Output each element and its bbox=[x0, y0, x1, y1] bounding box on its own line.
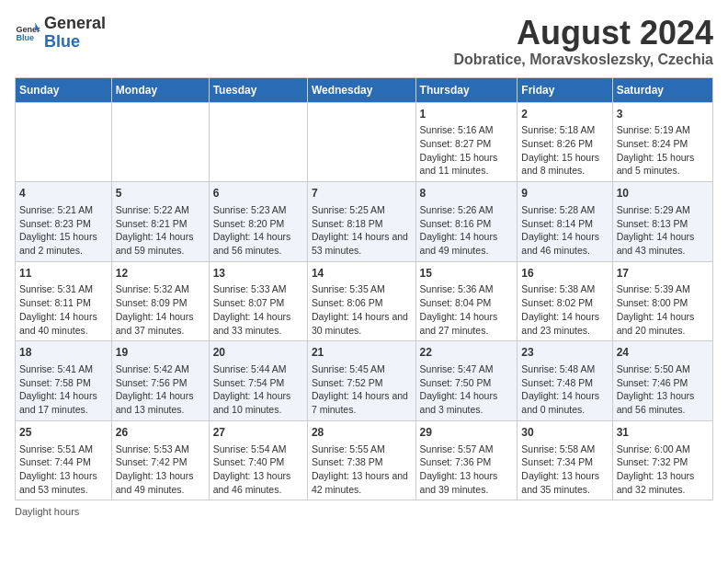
day-info: Daylight: 14 hours and 30 minutes. bbox=[312, 310, 412, 337]
day-info: Sunrise: 5:19 AM bbox=[617, 123, 709, 137]
day-info: Sunset: 8:21 PM bbox=[116, 217, 205, 231]
day-info: Sunset: 8:20 PM bbox=[213, 217, 303, 231]
calendar-cell: 4Sunrise: 5:21 AMSunset: 8:23 PMDaylight… bbox=[16, 182, 112, 262]
day-number: 30 bbox=[521, 425, 608, 441]
day-number: 9 bbox=[521, 186, 608, 201]
col-header-tuesday: Tuesday bbox=[209, 77, 307, 102]
calendar-cell bbox=[16, 102, 112, 182]
day-number: 1 bbox=[420, 107, 514, 122]
calendar-cell: 5Sunrise: 5:22 AMSunset: 8:21 PMDaylight… bbox=[111, 182, 209, 262]
day-info: Daylight: 15 hours and 8 minutes. bbox=[521, 151, 608, 178]
day-number: 7 bbox=[312, 186, 412, 201]
calendar-cell: 10Sunrise: 5:29 AMSunset: 8:13 PMDayligh… bbox=[612, 182, 712, 262]
day-info: Sunset: 7:32 PM bbox=[617, 455, 709, 469]
day-info: Sunrise: 5:25 AM bbox=[312, 203, 412, 217]
day-number: 27 bbox=[213, 425, 303, 441]
day-info: Daylight: 14 hours and 0 minutes. bbox=[521, 389, 608, 416]
day-info: Daylight: 13 hours and 46 minutes. bbox=[213, 469, 303, 496]
day-info: Sunset: 7:46 PM bbox=[617, 376, 709, 390]
day-number: 11 bbox=[19, 266, 108, 282]
footer-note: Daylight hours bbox=[15, 506, 713, 517]
day-number: 2 bbox=[521, 107, 608, 122]
calendar-body: 1Sunrise: 5:16 AMSunset: 8:27 PMDaylight… bbox=[16, 102, 713, 500]
col-header-saturday: Saturday bbox=[612, 77, 712, 102]
day-info: Daylight: 13 hours and 53 minutes. bbox=[19, 469, 108, 496]
day-info: Sunrise: 5:18 AM bbox=[521, 123, 608, 137]
calendar-cell: 17Sunrise: 5:39 AMSunset: 8:00 PMDayligh… bbox=[612, 261, 712, 341]
day-info: Sunset: 7:52 PM bbox=[312, 376, 412, 390]
day-info: Daylight: 14 hours and 49 minutes. bbox=[420, 230, 514, 257]
day-info: Daylight: 14 hours and 59 minutes. bbox=[116, 230, 205, 257]
day-number: 5 bbox=[116, 186, 205, 201]
day-info: Sunset: 8:07 PM bbox=[213, 296, 303, 310]
day-info: Daylight: 14 hours and 37 minutes. bbox=[116, 310, 205, 337]
calendar-cell: 24Sunrise: 5:50 AMSunset: 7:46 PMDayligh… bbox=[612, 341, 712, 421]
day-info: Daylight: 14 hours and 17 minutes. bbox=[19, 389, 108, 416]
col-header-thursday: Thursday bbox=[415, 77, 518, 102]
week-row-1: 1Sunrise: 5:16 AMSunset: 8:27 PMDaylight… bbox=[16, 102, 713, 182]
day-number: 15 bbox=[420, 266, 514, 282]
day-info: Sunset: 8:26 PM bbox=[521, 137, 608, 151]
generalblue-logo-icon: General Blue bbox=[15, 20, 40, 46]
day-info: Sunset: 7:38 PM bbox=[312, 455, 412, 469]
day-number: 13 bbox=[213, 266, 303, 282]
calendar-cell: 29Sunrise: 5:57 AMSunset: 7:36 PMDayligh… bbox=[415, 420, 518, 500]
calendar-cell: 14Sunrise: 5:35 AMSunset: 8:06 PMDayligh… bbox=[307, 261, 415, 341]
week-row-2: 4Sunrise: 5:21 AMSunset: 8:23 PMDaylight… bbox=[16, 182, 713, 262]
day-info: Daylight: 14 hours and 40 minutes. bbox=[19, 310, 108, 337]
day-info: Sunset: 8:18 PM bbox=[312, 217, 412, 231]
day-info: Daylight: 14 hours and 13 minutes. bbox=[116, 389, 205, 416]
day-info: Sunrise: 5:44 AM bbox=[213, 362, 303, 376]
day-info: Sunset: 7:36 PM bbox=[420, 455, 514, 469]
day-number: 31 bbox=[617, 425, 709, 441]
calendar-header: SundayMondayTuesdayWednesdayThursdayFrid… bbox=[16, 77, 713, 102]
day-info: Sunset: 7:56 PM bbox=[116, 376, 205, 390]
calendar-cell: 23Sunrise: 5:48 AMSunset: 7:48 PMDayligh… bbox=[518, 341, 612, 421]
header: General Blue General Blue August 2024 Do… bbox=[15, 15, 713, 68]
day-number: 4 bbox=[19, 186, 108, 201]
day-info: Daylight: 14 hours and 10 minutes. bbox=[213, 389, 303, 416]
day-info: Sunrise: 5:29 AM bbox=[617, 203, 709, 217]
calendar-cell: 18Sunrise: 5:41 AMSunset: 7:58 PMDayligh… bbox=[16, 341, 112, 421]
day-number: 22 bbox=[420, 345, 514, 361]
day-info: Daylight: 13 hours and 56 minutes. bbox=[617, 389, 709, 416]
day-info: Sunrise: 5:54 AM bbox=[213, 442, 303, 456]
day-number: 10 bbox=[617, 186, 709, 201]
day-info: Sunrise: 5:21 AM bbox=[19, 203, 108, 217]
week-row-5: 25Sunrise: 5:51 AMSunset: 7:44 PMDayligh… bbox=[16, 420, 713, 500]
title-area: August 2024 Dobratice, Moravskoslezsky, … bbox=[454, 15, 714, 68]
day-info: Sunset: 8:06 PM bbox=[312, 296, 412, 310]
calendar-cell: 7Sunrise: 5:25 AMSunset: 8:18 PMDaylight… bbox=[307, 182, 415, 262]
day-number: 20 bbox=[213, 345, 303, 361]
day-info: Sunset: 8:23 PM bbox=[19, 217, 108, 231]
calendar-cell: 16Sunrise: 5:38 AMSunset: 8:02 PMDayligh… bbox=[518, 261, 612, 341]
calendar-cell: 28Sunrise: 5:55 AMSunset: 7:38 PMDayligh… bbox=[307, 420, 415, 500]
calendar-cell: 27Sunrise: 5:54 AMSunset: 7:40 PMDayligh… bbox=[209, 420, 307, 500]
calendar-cell bbox=[307, 102, 415, 182]
day-info: Daylight: 14 hours and 46 minutes. bbox=[521, 230, 608, 257]
day-number: 14 bbox=[312, 266, 412, 282]
day-number: 8 bbox=[420, 186, 514, 201]
day-info: Sunset: 7:48 PM bbox=[521, 376, 608, 390]
day-info: Daylight: 13 hours and 39 minutes. bbox=[420, 469, 514, 496]
day-number: 24 bbox=[617, 345, 709, 361]
day-info: Daylight: 14 hours and 3 minutes. bbox=[420, 389, 514, 416]
calendar-cell: 2Sunrise: 5:18 AMSunset: 8:26 PMDaylight… bbox=[518, 102, 612, 182]
day-info: Sunset: 7:54 PM bbox=[213, 376, 303, 390]
day-info: Sunrise: 5:16 AM bbox=[420, 123, 514, 137]
subtitle: Dobratice, Moravskoslezsky, Czechia bbox=[454, 52, 714, 68]
calendar-cell: 30Sunrise: 5:58 AMSunset: 7:34 PMDayligh… bbox=[518, 420, 612, 500]
day-info: Sunset: 8:00 PM bbox=[617, 296, 709, 310]
day-number: 12 bbox=[116, 266, 205, 282]
day-info: Sunrise: 5:35 AM bbox=[312, 282, 412, 296]
day-info: Sunrise: 5:33 AM bbox=[213, 282, 303, 296]
day-number: 6 bbox=[213, 186, 303, 201]
day-info: Daylight: 13 hours and 35 minutes. bbox=[521, 469, 608, 496]
calendar-cell: 25Sunrise: 5:51 AMSunset: 7:44 PMDayligh… bbox=[16, 420, 112, 500]
day-info: Sunrise: 5:57 AM bbox=[420, 442, 514, 456]
day-number: 17 bbox=[617, 266, 709, 282]
day-info: Sunrise: 5:55 AM bbox=[312, 442, 412, 456]
calendar-cell: 21Sunrise: 5:45 AMSunset: 7:52 PMDayligh… bbox=[307, 341, 415, 421]
day-info: Sunrise: 5:58 AM bbox=[521, 442, 608, 456]
col-header-friday: Friday bbox=[518, 77, 612, 102]
